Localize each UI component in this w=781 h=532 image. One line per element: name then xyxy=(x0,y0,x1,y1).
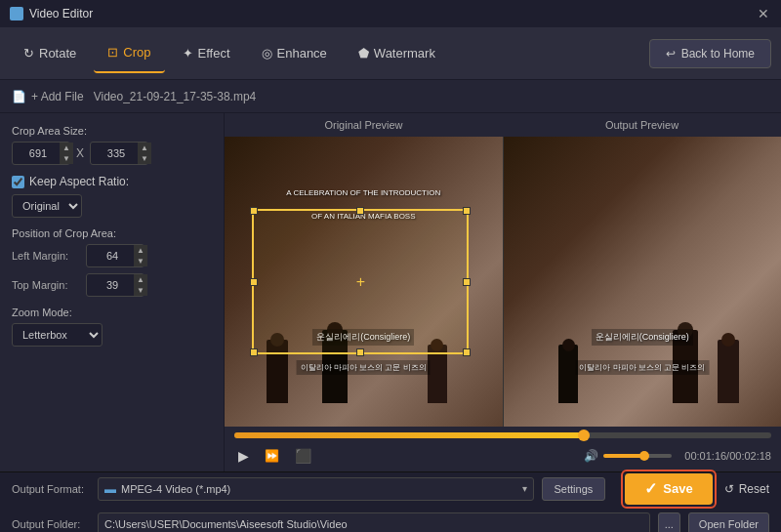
volume-thumb[interactable] xyxy=(639,451,649,461)
crop-width-up[interactable]: ▲ xyxy=(60,143,73,153)
controls-row: ▶ ⏩ ⬛ 🔊 00:01:16/00:02:18 xyxy=(234,446,771,466)
watermark-label: Watermark xyxy=(374,46,435,61)
top-margin-label: Top Margin: xyxy=(12,279,80,291)
add-file-label: + Add File xyxy=(31,90,84,103)
position-group: Position of Crop Area: Left Margin: ▲ ▼ … xyxy=(12,227,212,297)
save-button-wrapper: ✓ Save xyxy=(621,470,716,509)
top-margin-value[interactable] xyxy=(91,279,134,291)
file-bar: 📄 + Add File Video_21-09-21_17-35-38.mp4 xyxy=(0,80,781,113)
time-display: 00:01:16/00:02:18 xyxy=(684,450,771,462)
open-folder-button[interactable]: Open Folder xyxy=(688,512,769,533)
left-margin-input[interactable]: ▲ ▼ xyxy=(86,244,144,267)
output-figure-3-head xyxy=(562,339,575,351)
zoom-mode-group: Zoom Mode: Letterbox Pan & Scan Full xyxy=(12,307,212,347)
crop-handle-ml[interactable] xyxy=(250,278,258,286)
back-home-button[interactable]: ↩ Back to Home xyxy=(649,39,771,68)
crop-handle-bl[interactable] xyxy=(250,348,258,356)
left-margin-down[interactable]: ▼ xyxy=(134,256,147,266)
save-label: Save xyxy=(663,481,692,496)
format-row: Output Format: ▬ MPEG-4 Video (*.mp4) ▾ … xyxy=(12,470,769,509)
play-button[interactable]: ▶ xyxy=(234,446,253,466)
top-margin-input[interactable]: ▲ ▼ xyxy=(86,273,144,297)
previews: A CELEBRATION OF THE INTRODUCTION OF AN … xyxy=(225,137,781,427)
left-margin-label: Left Margin: xyxy=(12,250,80,262)
crop-height-value[interactable] xyxy=(95,147,138,159)
volume-slider[interactable] xyxy=(603,454,672,458)
settings-button[interactable]: Settings xyxy=(542,477,606,501)
add-file-icon: 📄 xyxy=(12,90,26,103)
enhance-tab[interactable]: ◎ Enhance xyxy=(248,34,341,73)
original-preview-pane: A CELEBRATION OF THE INTRODUCTION OF AN … xyxy=(225,137,503,427)
crop-area-size-label: Crop Area Size: xyxy=(12,125,212,137)
watermark-icon: ⬟ xyxy=(358,46,369,61)
volume-icon: 🔊 xyxy=(584,449,598,463)
crop-center-icon: + xyxy=(356,273,365,291)
timeline-area: ▶ ⏩ ⬛ 🔊 00:01:16/00:02:18 xyxy=(225,427,781,471)
subtitle-2: 이탈리아 마피아 보스의 고문 비즈의 xyxy=(297,360,431,375)
close-button[interactable]: ✕ xyxy=(756,6,771,21)
top-margin-down[interactable]: ▼ xyxy=(134,285,147,296)
format-select-wrapper[interactable]: ▬ MPEG-4 Video (*.mp4) ▾ xyxy=(98,477,534,501)
top-margin-up[interactable]: ▲ xyxy=(134,274,147,285)
back-home-icon: ↩ xyxy=(666,47,676,61)
preview-labels: Original Preview Output Preview xyxy=(225,113,781,137)
enhance-icon: ◎ xyxy=(262,46,272,61)
crop-handle-br[interactable] xyxy=(463,348,471,356)
crop-handle-bm[interactable] xyxy=(356,348,364,356)
x-label: X xyxy=(76,146,84,160)
save-button[interactable]: ✓ Save xyxy=(625,473,712,505)
folder-label: Output Folder: xyxy=(12,518,90,530)
save-check-icon: ✓ xyxy=(644,479,657,498)
crop-box[interactable]: + xyxy=(252,209,469,354)
bottom-bar: Output Format: ▬ MPEG-4 Video (*.mp4) ▾ … xyxy=(0,471,781,532)
output-video-background xyxy=(504,137,782,427)
app-title: Video Editor xyxy=(29,7,93,20)
output-figure-1 xyxy=(718,340,739,403)
aspect-ratio-select[interactable]: Original 16:9 4:3 xyxy=(12,194,82,218)
crop-height-up[interactable]: ▲ xyxy=(138,143,151,153)
fast-forward-button[interactable]: ⏩ xyxy=(261,447,283,465)
zoom-mode-select[interactable]: Letterbox Pan & Scan Full xyxy=(12,323,103,347)
crop-tab[interactable]: ⊡ Crop xyxy=(94,34,164,73)
title-bar: Video Editor ✕ xyxy=(0,0,781,27)
watermark-tab[interactable]: ⬟ Watermark xyxy=(345,34,449,73)
crop-height-input[interactable]: ▲ ▼ xyxy=(90,142,148,165)
output-subtitle-2: 이탈리아 마피아 보스의 고문 비즈의 xyxy=(575,360,709,375)
reset-icon: ↺ xyxy=(724,482,734,496)
crop-icon: ⊡ xyxy=(107,45,118,60)
output-figure-1-head xyxy=(721,333,735,347)
output-preview-pane: 운실리에리(Consigliere) 이탈리아 마피아 보스의 고문 비즈의 xyxy=(503,137,782,427)
keep-aspect-ratio-checkbox[interactable] xyxy=(12,176,24,188)
file-name: Video_21-09-21_17-35-38.mp4 xyxy=(94,90,257,103)
folder-path: C:\Users\USER\Documents\Aiseesoft Studio… xyxy=(104,518,643,530)
effect-tab[interactable]: ✦ Effect xyxy=(169,34,244,73)
stop-button[interactable]: ⬛ xyxy=(291,446,315,466)
progress-thumb[interactable] xyxy=(578,430,590,441)
format-label: Output Format: xyxy=(12,483,90,495)
effect-icon: ✦ xyxy=(183,46,193,61)
dots-button[interactable]: ... xyxy=(658,512,680,533)
original-video-thumb: A CELEBRATION OF THE INTRODUCTION OF AN … xyxy=(225,137,503,427)
output-preview-label: Output Preview xyxy=(503,119,781,131)
crop-width-value[interactable] xyxy=(17,147,60,159)
folder-path-wrapper[interactable]: C:\Users\USER\Documents\Aiseesoft Studio… xyxy=(98,512,650,533)
main-content: Crop Area Size: ▲ ▼ X ▲ ▼ xyxy=(0,113,781,471)
back-home-label: Back to Home xyxy=(681,47,755,61)
crop-handle-tl[interactable] xyxy=(250,207,258,215)
crop-width-input[interactable]: ▲ ▼ xyxy=(12,142,70,165)
add-file-button[interactable]: 📄 + Add File xyxy=(12,90,84,103)
left-margin-value[interactable] xyxy=(91,250,134,262)
crop-handle-mr[interactable] xyxy=(463,278,471,286)
app-icon xyxy=(10,7,23,20)
left-margin-up[interactable]: ▲ xyxy=(134,245,147,256)
volume-area: 🔊 00:01:16/00:02:18 xyxy=(584,449,771,463)
output-subtitle-1: 운실리에리(Consigliere) xyxy=(592,329,693,346)
reset-button[interactable]: ↺ Reset xyxy=(724,482,769,496)
crop-handle-tr[interactable] xyxy=(463,207,471,215)
progress-bar[interactable] xyxy=(234,432,771,438)
rotate-tab[interactable]: ↻ Rotate xyxy=(10,34,90,73)
format-icon: ▬ xyxy=(104,482,116,496)
crop-handle-tm[interactable] xyxy=(356,207,364,215)
crop-height-down[interactable]: ▼ xyxy=(138,153,151,164)
crop-width-down[interactable]: ▼ xyxy=(60,153,73,164)
